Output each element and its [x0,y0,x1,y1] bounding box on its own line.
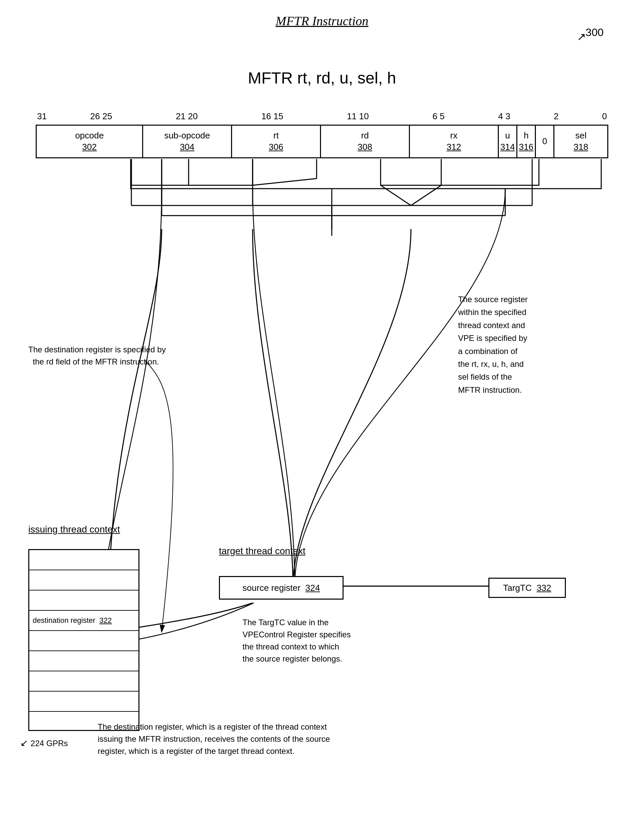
bit-31: 31 [37,111,47,121]
register-file: destination register 322 [28,549,139,731]
ref-number: 300 [586,26,603,39]
source-register-note: The source registerwithin the specifiedt… [458,293,586,397]
bit-16: 16 15 [261,111,283,121]
reg-row-7 [29,671,139,692]
reg-row-6 [29,651,139,671]
issuing-thread-label: issuing thread context [28,524,120,535]
dest-reg-num: 322 [99,616,112,625]
field-opcode: opcode 302 [37,126,143,157]
ref-arrow: ↗ [577,30,586,43]
dest-register-note: The destination register is specified by… [28,344,183,368]
targtc-box: TargTC 332 [488,578,566,598]
instruction-box: opcode 302 sub-opcode 304 rt 306 rd 308 … [36,125,608,158]
field-sel: sel 318 [554,126,607,157]
gprs-label: ↙ 224 GPRs [20,736,68,750]
bit-26: 26 25 [90,111,112,121]
target-thread-label: target thread context [219,546,305,556]
field-u: u 314 [499,126,517,157]
field-rd: rd 308 [321,126,410,157]
bit-6: 6 5 [433,111,445,121]
field-subopcode: sub-opcode 304 [143,126,232,157]
reg-row-5 [29,631,139,651]
bit-4: 4 3 [498,111,510,121]
field-rx: rx 312 [410,126,499,157]
bit-numbers-row: 31 26 25 21 20 16 15 11 10 6 5 4 3 2 0 [36,111,608,121]
targtc-note: The TargTC value in theVPEControl Regist… [242,616,387,665]
field-rt: rt 306 [232,126,321,157]
field-zero: 0 [536,126,554,157]
reg-row-2 [29,570,139,591]
bit-11: 11 10 [347,111,369,121]
page-title: MFTR Instruction [0,13,644,28]
bit-2: 2 [554,111,559,121]
reg-row-8 [29,692,139,712]
bit-21: 21 20 [176,111,198,121]
targtc-label: TargTC [503,583,537,593]
source-register-num: 324 [305,583,320,593]
source-register-label: source register [242,583,305,593]
bit-0: 0 [602,111,607,121]
field-h: h 316 [517,126,536,157]
reg-row-3 [29,591,139,611]
source-register-box: source register 324 [219,576,343,600]
page: MFTR Instruction 300 ↗ MFTR rt, rd, u, s… [0,13,644,829]
targtc-num: 332 [537,583,551,593]
bottom-note: The destination register, which is a reg… [98,721,401,757]
instruction-syntax: MFTR rt, rd, u, sel, h [0,69,644,87]
reg-row-1 [29,550,139,570]
reg-row-dest: destination register 322 [29,611,139,631]
